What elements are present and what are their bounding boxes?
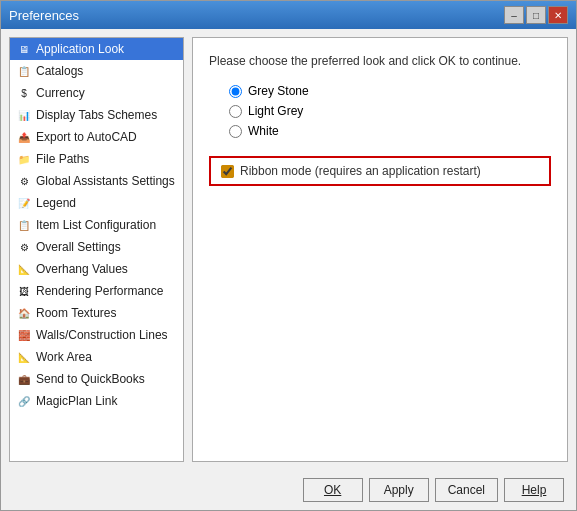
radio-label-white: White <box>248 124 279 138</box>
sidebar-item-walls-construction[interactable]: 🧱Walls/Construction Lines <box>10 324 183 346</box>
ribbon-label: Ribbon mode (requires an application res… <box>240 164 481 178</box>
sidebar-item-label: MagicPlan Link <box>36 394 117 408</box>
radio-item-white: White <box>229 124 551 138</box>
sidebar-item-label: Room Textures <box>36 306 116 320</box>
title-bar: Preferences – □ ✕ <box>1 1 576 29</box>
sidebar-item-currency[interactable]: $Currency <box>10 82 183 104</box>
sidebar-item-file-paths[interactable]: 📁File Paths <box>10 148 183 170</box>
title-bar-controls: – □ ✕ <box>504 6 568 24</box>
close-button[interactable]: ✕ <box>548 6 568 24</box>
sidebar-item-label: Catalogs <box>36 64 83 78</box>
sidebar-item-overhang-values[interactable]: 📐Overhang Values <box>10 258 183 280</box>
content-area: Please choose the preferred look and cli… <box>192 37 568 462</box>
sidebar-item-application-look[interactable]: 🖥Application Look <box>10 38 183 60</box>
sidebar-item-label: File Paths <box>36 152 89 166</box>
sidebar-item-rendering-performance[interactable]: 🖼Rendering Performance <box>10 280 183 302</box>
application-look-icon: 🖥 <box>16 41 32 57</box>
sidebar-item-label: Currency <box>36 86 85 100</box>
sidebar-item-label: Rendering Performance <box>36 284 163 298</box>
radio-label-grey-stone: Grey Stone <box>248 84 309 98</box>
file-paths-icon: 📁 <box>16 151 32 167</box>
sidebar-item-label: Overhang Values <box>36 262 128 276</box>
ok-button[interactable]: OK <box>303 478 363 502</box>
walls-construction-icon: 🧱 <box>16 327 32 343</box>
sidebar-item-label: Application Look <box>36 42 124 56</box>
apply-button[interactable]: Apply <box>369 478 429 502</box>
sidebar-item-send-quickbooks[interactable]: 💼Send to QuickBooks <box>10 368 183 390</box>
sidebar-item-overall-settings[interactable]: ⚙Overall Settings <box>10 236 183 258</box>
maximize-button[interactable]: □ <box>526 6 546 24</box>
content-panel: Please choose the preferred look and cli… <box>192 37 568 462</box>
legend-icon: 📝 <box>16 195 32 211</box>
display-tabs-schemes-icon: 📊 <box>16 107 32 123</box>
radio-item-grey-stone: Grey Stone <box>229 84 551 98</box>
sidebar-item-label: Item List Configuration <box>36 218 156 232</box>
sidebar: 🖥Application Look📋Catalogs$Currency📊Disp… <box>9 37 184 462</box>
sidebar-item-export-autocad[interactable]: 📤Export to AutoCAD <box>10 126 183 148</box>
sidebar-item-item-list[interactable]: 📋Item List Configuration <box>10 214 183 236</box>
sidebar-item-work-area[interactable]: 📐Work Area <box>10 346 183 368</box>
radio-group: Grey StoneLight GreyWhite <box>229 84 551 138</box>
sidebar-item-label: Legend <box>36 196 76 210</box>
help-button[interactable]: Help <box>504 478 564 502</box>
dialog-title: Preferences <box>9 8 79 23</box>
global-assistants-icon: ⚙ <box>16 173 32 189</box>
minimize-button[interactable]: – <box>504 6 524 24</box>
sidebar-item-label: Global Assistants Settings <box>36 174 175 188</box>
ribbon-checkbox[interactable] <box>221 165 234 178</box>
room-textures-icon: 🏠 <box>16 305 32 321</box>
overhang-values-icon: 📐 <box>16 261 32 277</box>
work-area-icon: 📐 <box>16 349 32 365</box>
sidebar-item-global-assistants[interactable]: ⚙Global Assistants Settings <box>10 170 183 192</box>
currency-icon: $ <box>16 85 32 101</box>
preferences-dialog: Preferences – □ ✕ 🖥Application Look📋Cata… <box>0 0 577 511</box>
sidebar-item-label: Overall Settings <box>36 240 121 254</box>
ribbon-section: Ribbon mode (requires an application res… <box>209 156 551 186</box>
sidebar-item-label: Work Area <box>36 350 92 364</box>
send-quickbooks-icon: 💼 <box>16 371 32 387</box>
overall-settings-icon: ⚙ <box>16 239 32 255</box>
sidebar-item-legend[interactable]: 📝Legend <box>10 192 183 214</box>
radio-light-grey[interactable] <box>229 105 242 118</box>
export-autocad-icon: 📤 <box>16 129 32 145</box>
cancel-button[interactable]: Cancel <box>435 478 498 502</box>
catalogs-icon: 📋 <box>16 63 32 79</box>
radio-label-light-grey: Light Grey <box>248 104 303 118</box>
item-list-icon: 📋 <box>16 217 32 233</box>
dialog-footer: OK Apply Cancel Help <box>1 470 576 510</box>
rendering-performance-icon: 🖼 <box>16 283 32 299</box>
dialog-body: 🖥Application Look📋Catalogs$Currency📊Disp… <box>1 29 576 470</box>
sidebar-item-room-textures[interactable]: 🏠Room Textures <box>10 302 183 324</box>
sidebar-item-label: Send to QuickBooks <box>36 372 145 386</box>
content-description: Please choose the preferred look and cli… <box>209 54 551 68</box>
sidebar-item-label: Export to AutoCAD <box>36 130 137 144</box>
radio-grey-stone[interactable] <box>229 85 242 98</box>
sidebar-item-label: Display Tabs Schemes <box>36 108 157 122</box>
sidebar-item-label: Walls/Construction Lines <box>36 328 168 342</box>
sidebar-item-magicplan-link[interactable]: 🔗MagicPlan Link <box>10 390 183 412</box>
radio-white[interactable] <box>229 125 242 138</box>
sidebar-item-catalogs[interactable]: 📋Catalogs <box>10 60 183 82</box>
magicplan-link-icon: 🔗 <box>16 393 32 409</box>
radio-item-light-grey: Light Grey <box>229 104 551 118</box>
sidebar-item-display-tabs-schemes[interactable]: 📊Display Tabs Schemes <box>10 104 183 126</box>
